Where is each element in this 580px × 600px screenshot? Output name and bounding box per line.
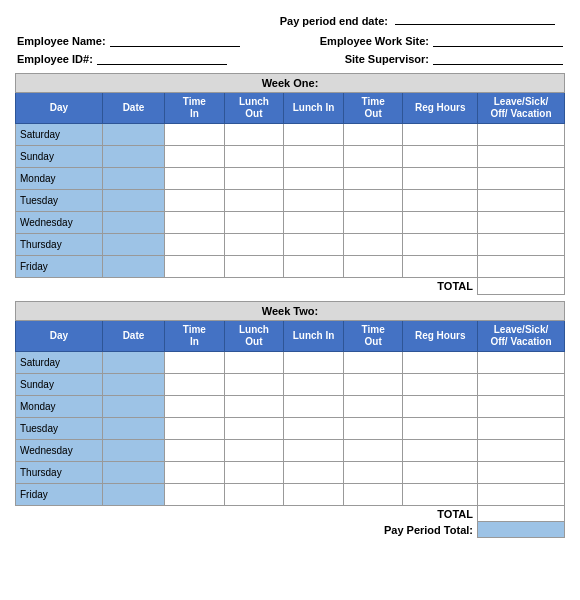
time-in-saturday-w1[interactable] [165,124,225,146]
employee-worksite-value[interactable] [433,33,563,47]
reg-hours-sunday-w1[interactable] [403,146,478,168]
week-two-total-value[interactable] [477,505,564,522]
lunch-in-tuesday-w2[interactable] [284,417,344,439]
time-in-thursday-w1[interactable] [165,234,225,256]
date-monday-w1[interactable] [102,168,164,190]
leave-friday-w2[interactable] [477,483,564,505]
pay-period-value[interactable] [395,24,555,25]
time-in-sunday-w2[interactable] [165,373,225,395]
leave-monday-w2[interactable] [477,395,564,417]
time-out-friday-w2[interactable] [343,483,403,505]
time-out-monday-w1[interactable] [343,168,403,190]
employee-id-value[interactable] [97,51,227,65]
date-thursday-w1[interactable] [102,234,164,256]
lunch-out-tuesday-w1[interactable] [224,190,284,212]
lunch-in-saturday-w1[interactable] [284,124,344,146]
time-out-sunday-w1[interactable] [343,146,403,168]
reg-hours-wednesday-w2[interactable] [403,439,478,461]
reg-hours-wednesday-w1[interactable] [403,212,478,234]
date-wednesday-w2[interactable] [102,439,164,461]
date-tuesday-w2[interactable] [102,417,164,439]
lunch-out-saturday-w2[interactable] [224,351,284,373]
lunch-in-thursday-w1[interactable] [284,234,344,256]
time-out-thursday-w1[interactable] [343,234,403,256]
employee-name-value[interactable] [110,33,240,47]
reg-hours-friday-w2[interactable] [403,483,478,505]
date-monday-w2[interactable] [102,395,164,417]
time-out-tuesday-w2[interactable] [343,417,403,439]
lunch-out-saturday-w1[interactable] [224,124,284,146]
date-friday-w2[interactable] [102,483,164,505]
time-in-tuesday-w2[interactable] [165,417,225,439]
time-in-monday-w1[interactable] [165,168,225,190]
leave-wednesday-w1[interactable] [477,212,564,234]
lunch-out-thursday-w1[interactable] [224,234,284,256]
reg-hours-thursday-w1[interactable] [403,234,478,256]
time-in-monday-w2[interactable] [165,395,225,417]
time-in-friday-w1[interactable] [165,256,225,278]
time-out-sunday-w2[interactable] [343,373,403,395]
lunch-in-sunday-w1[interactable] [284,146,344,168]
date-friday-w1[interactable] [102,256,164,278]
reg-hours-saturday-w1[interactable] [403,124,478,146]
lunch-out-friday-w1[interactable] [224,256,284,278]
time-out-wednesday-w1[interactable] [343,212,403,234]
time-out-thursday-w2[interactable] [343,461,403,483]
leave-saturday-w1[interactable] [477,124,564,146]
leave-saturday-w2[interactable] [477,351,564,373]
reg-hours-monday-w2[interactable] [403,395,478,417]
time-out-friday-w1[interactable] [343,256,403,278]
date-saturday-w2[interactable] [102,351,164,373]
time-in-sunday-w1[interactable] [165,146,225,168]
time-out-tuesday-w1[interactable] [343,190,403,212]
lunch-in-sunday-w2[interactable] [284,373,344,395]
lunch-out-sunday-w1[interactable] [224,146,284,168]
lunch-in-saturday-w2[interactable] [284,351,344,373]
reg-hours-saturday-w2[interactable] [403,351,478,373]
week-one-total-value[interactable] [477,278,564,295]
lunch-in-friday-w2[interactable] [284,483,344,505]
leave-tuesday-w1[interactable] [477,190,564,212]
time-out-monday-w2[interactable] [343,395,403,417]
leave-thursday-w2[interactable] [477,461,564,483]
date-tuesday-w1[interactable] [102,190,164,212]
leave-friday-w1[interactable] [477,256,564,278]
date-wednesday-w1[interactable] [102,212,164,234]
lunch-in-tuesday-w1[interactable] [284,190,344,212]
reg-hours-tuesday-w2[interactable] [403,417,478,439]
reg-hours-monday-w1[interactable] [403,168,478,190]
lunch-in-wednesday-w1[interactable] [284,212,344,234]
lunch-out-friday-w2[interactable] [224,483,284,505]
date-sunday-w1[interactable] [102,146,164,168]
reg-hours-tuesday-w1[interactable] [403,190,478,212]
lunch-out-tuesday-w2[interactable] [224,417,284,439]
reg-hours-sunday-w2[interactable] [403,373,478,395]
site-supervisor-value[interactable] [433,51,563,65]
lunch-in-thursday-w2[interactable] [284,461,344,483]
lunch-out-monday-w1[interactable] [224,168,284,190]
time-in-thursday-w2[interactable] [165,461,225,483]
time-in-wednesday-w2[interactable] [165,439,225,461]
date-sunday-w2[interactable] [102,373,164,395]
lunch-out-wednesday-w2[interactable] [224,439,284,461]
time-in-wednesday-w1[interactable] [165,212,225,234]
time-in-saturday-w2[interactable] [165,351,225,373]
lunch-in-wednesday-w2[interactable] [284,439,344,461]
lunch-out-sunday-w2[interactable] [224,373,284,395]
time-out-wednesday-w2[interactable] [343,439,403,461]
time-in-friday-w2[interactable] [165,483,225,505]
leave-monday-w1[interactable] [477,168,564,190]
time-out-saturday-w2[interactable] [343,351,403,373]
pay-period-total-value[interactable] [477,522,564,538]
time-in-tuesday-w1[interactable] [165,190,225,212]
lunch-in-friday-w1[interactable] [284,256,344,278]
lunch-out-thursday-w2[interactable] [224,461,284,483]
reg-hours-friday-w1[interactable] [403,256,478,278]
lunch-in-monday-w2[interactable] [284,395,344,417]
leave-sunday-w2[interactable] [477,373,564,395]
time-out-saturday-w1[interactable] [343,124,403,146]
reg-hours-thursday-w2[interactable] [403,461,478,483]
leave-wednesday-w2[interactable] [477,439,564,461]
leave-tuesday-w2[interactable] [477,417,564,439]
date-thursday-w2[interactable] [102,461,164,483]
